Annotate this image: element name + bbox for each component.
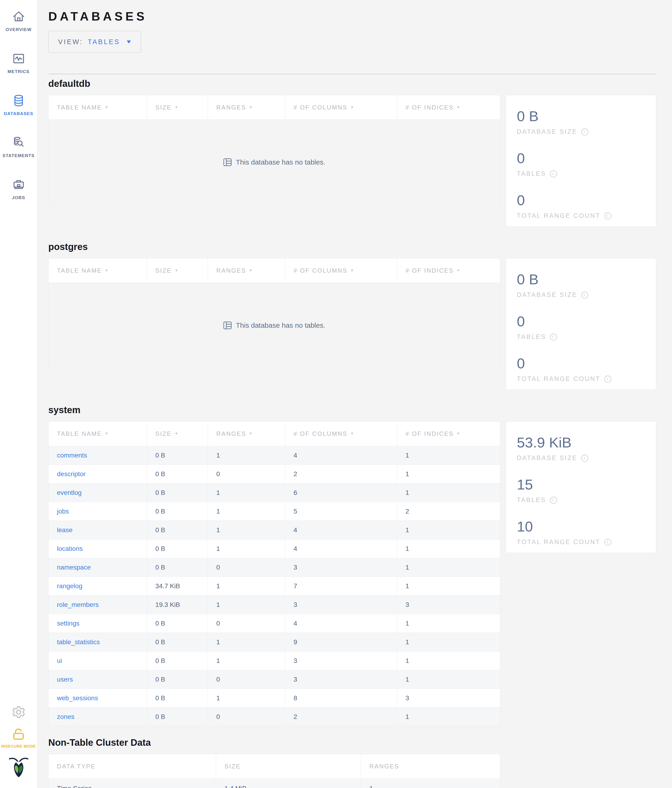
cell-ranges: 0	[208, 558, 285, 577]
column-header-columns[interactable]: # OF COLUMNS▼	[285, 258, 397, 283]
info-icon[interactable]: i	[604, 213, 611, 219]
info-icon[interactable]: i	[550, 170, 557, 177]
cell-indices: 1	[397, 465, 500, 483]
info-icon[interactable]: i	[581, 455, 588, 462]
briefcase-icon	[12, 178, 25, 191]
cell-columns: 4	[285, 446, 397, 464]
column-header-table-name[interactable]: TABLE NAME▼	[49, 421, 147, 446]
column-header-size[interactable]: SIZE▼	[147, 258, 208, 283]
info-icon[interactable]: i	[581, 292, 588, 299]
stat-label: DATABASE SIZE	[517, 291, 577, 299]
table-name-link[interactable]: namespace	[57, 564, 91, 571]
non-table-cluster-data-section: Non-Table Cluster Data DATA TYPE SIZE RA…	[48, 737, 656, 788]
cell-data-type: Time Series	[49, 778, 216, 788]
cell-columns: 4	[285, 521, 397, 539]
tables-table: TABLE NAME▼ SIZE▼ RANGES▼ # OF COLUMNS▼ …	[48, 421, 500, 726]
insecure-lock-icon[interactable]	[11, 727, 26, 741]
table-name-link[interactable]: rangelog	[57, 582, 82, 590]
table-row: zones 0 B 0 2 1	[49, 707, 500, 726]
info-icon[interactable]: i	[581, 129, 588, 135]
sort-arrow-icon: ▼	[456, 268, 461, 273]
cell-columns: 4	[285, 539, 397, 558]
table-name-link[interactable]: role_members	[57, 601, 99, 608]
table-name-link[interactable]: web_sessions	[57, 694, 98, 702]
table-name-link[interactable]: jobs	[57, 508, 69, 515]
stat-label: TABLES	[517, 496, 546, 504]
table-name-link[interactable]: zones	[57, 713, 74, 721]
stat-label: DATABASE SIZE	[517, 454, 577, 462]
database-icon	[12, 94, 25, 107]
cell-indices: 1	[397, 707, 500, 726]
table-name-link[interactable]: table_statistics	[57, 639, 100, 646]
column-header-indices[interactable]: # OF INDICES▼	[397, 258, 500, 283]
tables-table: TABLE NAME▼ SIZE▼ RANGES▼ # OF COLUMNS▼ …	[48, 258, 500, 368]
cell-indices: 1	[397, 633, 500, 651]
cell-ranges: 1	[208, 596, 285, 614]
cell-ranges: 1	[208, 689, 285, 707]
column-header-indices[interactable]: # OF INDICES▼	[397, 95, 500, 119]
cell-indices: 3	[397, 596, 500, 614]
stat-total-range-count: 0 TOTAL RANGE COUNTi	[517, 355, 649, 383]
cell-indices: 1	[397, 558, 500, 577]
table-row: settings 0 B 0 4 1	[49, 614, 500, 632]
cell-ranges: 1	[208, 521, 285, 539]
column-header-ranges[interactable]: RANGES▼	[208, 421, 285, 446]
table-name-link[interactable]: ui	[57, 657, 62, 664]
table-row: jobs 0 B 1 5 2	[49, 502, 500, 521]
empty-table-state: This database has no tables.	[49, 119, 500, 205]
stat-total-range-count: 10 TOTAL RANGE COUNTi	[517, 518, 649, 546]
sidebar-item-jobs[interactable]: JOBS	[0, 178, 37, 200]
table-name-link[interactable]: eventlog	[57, 489, 82, 496]
column-header-size[interactable]: SIZE▼	[147, 421, 208, 446]
table-name-link[interactable]: settings	[57, 620, 79, 627]
cell-indices: 1	[397, 614, 500, 632]
cell-ranges: 1	[208, 483, 285, 502]
sort-arrow-icon: ▼	[174, 105, 179, 110]
info-icon[interactable]: i	[604, 539, 611, 546]
statements-icon	[12, 136, 25, 149]
table-name-link[interactable]: descriptor	[57, 470, 86, 478]
tables-table: TABLE NAME▼ SIZE▼ RANGES▼ # OF COLUMNS▼ …	[48, 95, 500, 205]
column-header-size[interactable]: SIZE▼	[147, 95, 208, 119]
chevron-down-icon: ▼	[125, 39, 132, 45]
column-header-ranges[interactable]: RANGES▼	[208, 95, 285, 119]
table-name-link[interactable]: lease	[57, 526, 73, 534]
sidebar-item-statements[interactable]: STATEMENTS	[0, 136, 37, 158]
sidebar-item-overview[interactable]: OVERVIEW	[0, 10, 37, 32]
sidebar-item-databases[interactable]: DATABASES	[0, 94, 37, 116]
table-row: lease 0 B 1 4 1	[49, 521, 500, 539]
databases-page: OVERVIEW METRICS DATABASES	[0, 0, 672, 788]
info-icon[interactable]: i	[604, 376, 611, 383]
sort-arrow-icon: ▼	[456, 432, 461, 436]
database-stats-card: 0 B DATABASE SIZEi 0 TABLESi 0 TOTAL RAN…	[506, 258, 656, 390]
table-header-row: DATA TYPE SIZE RANGES	[49, 754, 500, 778]
sidebar-item-metrics[interactable]: METRICS	[0, 52, 37, 74]
column-header-columns[interactable]: # OF COLUMNS▼	[285, 421, 397, 446]
cell-size: 0 B	[147, 614, 208, 632]
table-name-link[interactable]: comments	[57, 452, 87, 459]
info-icon[interactable]: i	[550, 497, 557, 504]
view-selector-dropdown[interactable]: VIEW: TABLES ▼	[48, 31, 141, 53]
sort-arrow-icon: ▼	[105, 105, 109, 110]
cell-size: 0 B	[147, 521, 208, 539]
cell-size: 0 B	[147, 707, 208, 726]
cell-size: 0 B	[147, 483, 208, 502]
settings-gear-icon[interactable]	[11, 705, 26, 720]
table-row: table_statistics 0 B 1 9 1	[49, 632, 500, 651]
cell-indices: 1	[397, 670, 500, 689]
column-header-columns[interactable]: # OF COLUMNS▼	[285, 95, 397, 119]
stat-value: 0	[517, 355, 649, 372]
table-name-link[interactable]: users	[57, 676, 73, 683]
cell-size: 0 B	[147, 558, 208, 577]
column-header-table-name[interactable]: TABLE NAME▼	[49, 258, 147, 283]
stat-label: TOTAL RANGE COUNT	[517, 212, 601, 219]
column-header-ranges[interactable]: RANGES▼	[208, 258, 285, 283]
table-name-link[interactable]: locations	[57, 545, 83, 553]
home-icon	[12, 10, 25, 23]
info-icon[interactable]: i	[550, 334, 557, 340]
column-header-table-name[interactable]: TABLE NAME▼	[49, 95, 147, 119]
stat-tables: 0 TABLESi	[517, 150, 649, 177]
column-header-indices[interactable]: # OF INDICES▼	[397, 421, 500, 446]
stat-value: 0 B	[517, 271, 649, 288]
table-row: rangelog 34.7 KiB 1 7 1	[49, 577, 500, 595]
